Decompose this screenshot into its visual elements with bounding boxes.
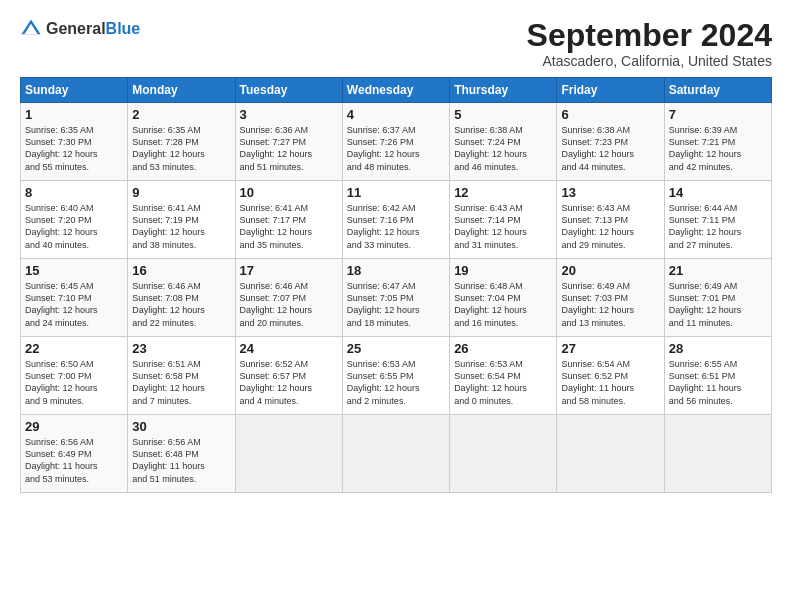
day-number: 29 xyxy=(25,419,123,434)
day-number: 14 xyxy=(669,185,767,200)
table-row xyxy=(342,415,449,493)
logo-text: GeneralBlue xyxy=(46,20,140,38)
table-row: 15Sunrise: 6:45 AM Sunset: 7:10 PM Dayli… xyxy=(21,259,128,337)
day-number: 17 xyxy=(240,263,338,278)
day-number: 16 xyxy=(132,263,230,278)
title-block: September 2024 Atascadero, California, U… xyxy=(527,18,772,69)
day-info: Sunrise: 6:47 AM Sunset: 7:05 PM Dayligh… xyxy=(347,281,420,327)
day-info: Sunrise: 6:40 AM Sunset: 7:20 PM Dayligh… xyxy=(25,203,98,249)
day-number: 5 xyxy=(454,107,552,122)
day-number: 8 xyxy=(25,185,123,200)
day-info: Sunrise: 6:50 AM Sunset: 7:00 PM Dayligh… xyxy=(25,359,98,405)
table-row: 20Sunrise: 6:49 AM Sunset: 7:03 PM Dayli… xyxy=(557,259,664,337)
day-number: 26 xyxy=(454,341,552,356)
table-row: 25Sunrise: 6:53 AM Sunset: 6:55 PM Dayli… xyxy=(342,337,449,415)
logo: GeneralBlue xyxy=(20,18,140,40)
table-row: 29Sunrise: 6:56 AM Sunset: 6:49 PM Dayli… xyxy=(21,415,128,493)
day-number: 6 xyxy=(561,107,659,122)
table-row: 19Sunrise: 6:48 AM Sunset: 7:04 PM Dayli… xyxy=(450,259,557,337)
day-info: Sunrise: 6:39 AM Sunset: 7:21 PM Dayligh… xyxy=(669,125,742,171)
day-info: Sunrise: 6:44 AM Sunset: 7:11 PM Dayligh… xyxy=(669,203,742,249)
table-row: 30Sunrise: 6:56 AM Sunset: 6:48 PM Dayli… xyxy=(128,415,235,493)
col-friday: Friday xyxy=(557,78,664,103)
col-tuesday: Tuesday xyxy=(235,78,342,103)
day-number: 24 xyxy=(240,341,338,356)
day-info: Sunrise: 6:35 AM Sunset: 7:30 PM Dayligh… xyxy=(25,125,98,171)
day-info: Sunrise: 6:55 AM Sunset: 6:51 PM Dayligh… xyxy=(669,359,742,405)
day-number: 10 xyxy=(240,185,338,200)
table-row: 2Sunrise: 6:35 AM Sunset: 7:28 PM Daylig… xyxy=(128,103,235,181)
col-saturday: Saturday xyxy=(664,78,771,103)
table-row: 21Sunrise: 6:49 AM Sunset: 7:01 PM Dayli… xyxy=(664,259,771,337)
table-row: 22Sunrise: 6:50 AM Sunset: 7:00 PM Dayli… xyxy=(21,337,128,415)
day-info: Sunrise: 6:35 AM Sunset: 7:28 PM Dayligh… xyxy=(132,125,205,171)
logo-blue: Blue xyxy=(106,20,141,38)
table-row: 12Sunrise: 6:43 AM Sunset: 7:14 PM Dayli… xyxy=(450,181,557,259)
day-number: 27 xyxy=(561,341,659,356)
day-info: Sunrise: 6:49 AM Sunset: 7:01 PM Dayligh… xyxy=(669,281,742,327)
day-info: Sunrise: 6:49 AM Sunset: 7:03 PM Dayligh… xyxy=(561,281,634,327)
table-row xyxy=(664,415,771,493)
col-wednesday: Wednesday xyxy=(342,78,449,103)
day-number: 3 xyxy=(240,107,338,122)
day-number: 9 xyxy=(132,185,230,200)
day-info: Sunrise: 6:41 AM Sunset: 7:17 PM Dayligh… xyxy=(240,203,313,249)
day-info: Sunrise: 6:56 AM Sunset: 6:48 PM Dayligh… xyxy=(132,437,205,483)
col-thursday: Thursday xyxy=(450,78,557,103)
day-info: Sunrise: 6:53 AM Sunset: 6:55 PM Dayligh… xyxy=(347,359,420,405)
day-info: Sunrise: 6:36 AM Sunset: 7:27 PM Dayligh… xyxy=(240,125,313,171)
day-number: 22 xyxy=(25,341,123,356)
table-row: 10Sunrise: 6:41 AM Sunset: 7:17 PM Dayli… xyxy=(235,181,342,259)
day-info: Sunrise: 6:48 AM Sunset: 7:04 PM Dayligh… xyxy=(454,281,527,327)
table-row: 8Sunrise: 6:40 AM Sunset: 7:20 PM Daylig… xyxy=(21,181,128,259)
day-info: Sunrise: 6:42 AM Sunset: 7:16 PM Dayligh… xyxy=(347,203,420,249)
day-number: 28 xyxy=(669,341,767,356)
day-info: Sunrise: 6:41 AM Sunset: 7:19 PM Dayligh… xyxy=(132,203,205,249)
table-row: 23Sunrise: 6:51 AM Sunset: 6:58 PM Dayli… xyxy=(128,337,235,415)
day-info: Sunrise: 6:46 AM Sunset: 7:08 PM Dayligh… xyxy=(132,281,205,327)
day-number: 30 xyxy=(132,419,230,434)
page-subtitle: Atascadero, California, United States xyxy=(527,53,772,69)
day-number: 18 xyxy=(347,263,445,278)
calendar-table: Sunday Monday Tuesday Wednesday Thursday… xyxy=(20,77,772,493)
table-row: 11Sunrise: 6:42 AM Sunset: 7:16 PM Dayli… xyxy=(342,181,449,259)
day-info: Sunrise: 6:37 AM Sunset: 7:26 PM Dayligh… xyxy=(347,125,420,171)
day-number: 11 xyxy=(347,185,445,200)
page-container: GeneralBlue September 2024 Atascadero, C… xyxy=(0,0,792,503)
table-row: 28Sunrise: 6:55 AM Sunset: 6:51 PM Dayli… xyxy=(664,337,771,415)
day-info: Sunrise: 6:52 AM Sunset: 6:57 PM Dayligh… xyxy=(240,359,313,405)
day-number: 12 xyxy=(454,185,552,200)
day-number: 19 xyxy=(454,263,552,278)
day-info: Sunrise: 6:46 AM Sunset: 7:07 PM Dayligh… xyxy=(240,281,313,327)
day-number: 7 xyxy=(669,107,767,122)
table-row: 14Sunrise: 6:44 AM Sunset: 7:11 PM Dayli… xyxy=(664,181,771,259)
day-number: 13 xyxy=(561,185,659,200)
header: GeneralBlue September 2024 Atascadero, C… xyxy=(20,18,772,69)
day-number: 21 xyxy=(669,263,767,278)
table-row: 13Sunrise: 6:43 AM Sunset: 7:13 PM Dayli… xyxy=(557,181,664,259)
logo-general: General xyxy=(46,20,106,38)
table-row xyxy=(557,415,664,493)
col-monday: Monday xyxy=(128,78,235,103)
day-info: Sunrise: 6:43 AM Sunset: 7:14 PM Dayligh… xyxy=(454,203,527,249)
day-number: 25 xyxy=(347,341,445,356)
table-row: 17Sunrise: 6:46 AM Sunset: 7:07 PM Dayli… xyxy=(235,259,342,337)
table-row: 5Sunrise: 6:38 AM Sunset: 7:24 PM Daylig… xyxy=(450,103,557,181)
table-row: 3Sunrise: 6:36 AM Sunset: 7:27 PM Daylig… xyxy=(235,103,342,181)
day-info: Sunrise: 6:54 AM Sunset: 6:52 PM Dayligh… xyxy=(561,359,634,405)
day-number: 2 xyxy=(132,107,230,122)
day-info: Sunrise: 6:53 AM Sunset: 6:54 PM Dayligh… xyxy=(454,359,527,405)
logo-icon xyxy=(20,18,42,40)
table-row: 24Sunrise: 6:52 AM Sunset: 6:57 PM Dayli… xyxy=(235,337,342,415)
day-info: Sunrise: 6:38 AM Sunset: 7:24 PM Dayligh… xyxy=(454,125,527,171)
day-info: Sunrise: 6:51 AM Sunset: 6:58 PM Dayligh… xyxy=(132,359,205,405)
col-sunday: Sunday xyxy=(21,78,128,103)
day-info: Sunrise: 6:56 AM Sunset: 6:49 PM Dayligh… xyxy=(25,437,98,483)
table-row: 7Sunrise: 6:39 AM Sunset: 7:21 PM Daylig… xyxy=(664,103,771,181)
table-row: 16Sunrise: 6:46 AM Sunset: 7:08 PM Dayli… xyxy=(128,259,235,337)
day-info: Sunrise: 6:45 AM Sunset: 7:10 PM Dayligh… xyxy=(25,281,98,327)
table-row: 9Sunrise: 6:41 AM Sunset: 7:19 PM Daylig… xyxy=(128,181,235,259)
day-number: 15 xyxy=(25,263,123,278)
table-row: 26Sunrise: 6:53 AM Sunset: 6:54 PM Dayli… xyxy=(450,337,557,415)
table-row: 4Sunrise: 6:37 AM Sunset: 7:26 PM Daylig… xyxy=(342,103,449,181)
